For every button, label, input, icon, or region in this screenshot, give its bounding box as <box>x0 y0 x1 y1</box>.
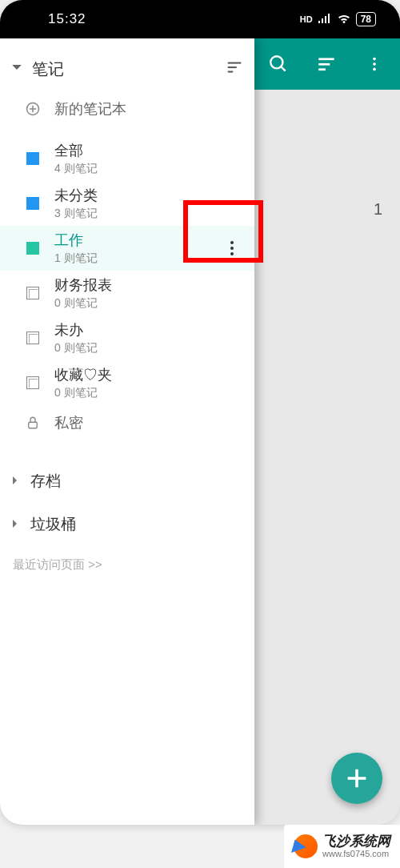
notebook-todo[interactable]: 未办 0 则笔记 <box>0 315 254 360</box>
notebook-uncategorized[interactable]: 未分类 3 则笔记 <box>0 181 254 226</box>
notebook-count: 0 则笔记 <box>54 341 98 356</box>
watermark-url: www.fs0745.com <box>322 849 390 858</box>
watermark-logo-icon <box>294 834 318 858</box>
sort-icon[interactable] <box>314 51 339 77</box>
chevron-down-icon <box>11 62 22 76</box>
drawer-sort-icon[interactable] <box>226 58 243 79</box>
add-note-fab[interactable] <box>331 753 382 804</box>
trash-item[interactable]: 垃圾桶 <box>0 503 254 546</box>
status-time: 15:32 <box>48 11 86 27</box>
svg-point-0 <box>270 56 282 68</box>
note-count: 1 <box>374 200 382 219</box>
signal-icon <box>318 14 332 25</box>
svg-rect-11 <box>228 66 237 68</box>
svg-line-1 <box>281 66 285 70</box>
notebook-label: 收藏♡夹 <box>54 365 112 384</box>
notebook-label: 工作 <box>54 231 98 250</box>
square-outline-icon <box>24 284 42 302</box>
private-item[interactable]: 私密 <box>0 405 254 440</box>
svg-point-7 <box>373 68 376 71</box>
square-outline-icon <box>24 329 42 347</box>
drawer-header[interactable]: 笔记 <box>0 46 254 91</box>
private-label: 私密 <box>54 413 83 432</box>
status-bar: 15:32 HD 78 <box>0 0 400 38</box>
watermark: 飞沙系统网 www.fs0745.com <box>284 825 400 868</box>
square-icon <box>24 195 42 212</box>
svg-point-5 <box>373 58 376 61</box>
lock-icon <box>24 414 42 432</box>
notebook-count: 0 则笔记 <box>54 296 112 311</box>
new-notebook-item[interactable]: 新的笔记本 <box>0 91 254 127</box>
notebook-count: 3 则笔记 <box>54 207 98 221</box>
chevron-right-icon <box>11 518 21 531</box>
notebook-label: 全部 <box>54 141 98 160</box>
notebook-finance[interactable]: 财务报表 0 则笔记 <box>0 271 254 315</box>
more-vert-icon[interactable] <box>221 237 243 259</box>
square-icon <box>24 150 42 167</box>
notebook-label: 未分类 <box>54 186 98 205</box>
svg-rect-12 <box>228 71 233 73</box>
svg-rect-3 <box>318 63 330 66</box>
archive-item[interactable]: 存档 <box>0 460 254 503</box>
svg-rect-4 <box>318 68 326 70</box>
notebook-label: 财务报表 <box>54 275 112 295</box>
notebook-work[interactable]: 工作 1 则笔记 <box>0 226 254 271</box>
svg-rect-10 <box>228 62 242 64</box>
nav-drawer: 笔记 新的笔记本 全部 4 则笔记 未分类 <box>0 38 254 825</box>
hd-indicator: HD <box>300 14 313 24</box>
new-notebook-label: 新的笔记本 <box>54 99 126 119</box>
svg-rect-16 <box>29 422 38 428</box>
more-vert-icon[interactable] <box>362 51 387 77</box>
status-right: HD 78 <box>300 12 376 26</box>
recent-pages-link[interactable]: 最近访问页面 >> <box>0 546 254 584</box>
notebook-count: 0 则笔记 <box>54 386 112 400</box>
square-icon <box>24 239 42 257</box>
battery-indicator: 78 <box>356 12 376 26</box>
notebook-count: 1 则笔记 <box>54 251 98 266</box>
notebook-count: 4 则笔记 <box>54 162 98 176</box>
search-icon[interactable] <box>266 51 291 77</box>
notebook-all[interactable]: 全部 4 则笔记 <box>0 136 254 181</box>
svg-point-6 <box>373 62 376 66</box>
notebook-label: 未办 <box>54 320 98 340</box>
drawer-title: 笔记 <box>32 58 64 80</box>
svg-rect-2 <box>318 58 334 60</box>
square-outline-icon <box>24 374 42 392</box>
chevron-right-icon <box>11 475 21 488</box>
watermark-title: 飞沙系统网 <box>322 834 390 850</box>
archive-label: 存档 <box>30 471 61 492</box>
notebook-favorites[interactable]: 收藏♡夹 0 则笔记 <box>0 360 254 405</box>
wifi-icon <box>337 14 351 25</box>
trash-label: 垃圾桶 <box>30 514 76 535</box>
plus-circle-icon <box>24 100 42 118</box>
